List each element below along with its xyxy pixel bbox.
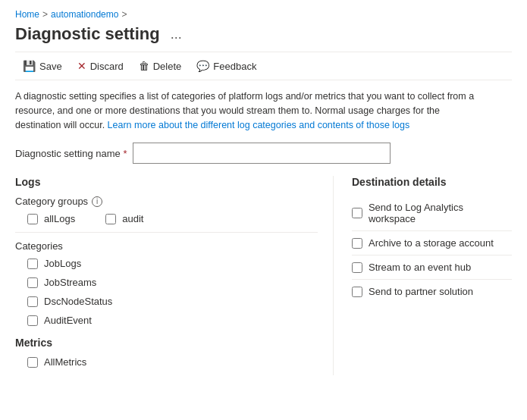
joblogs-label: JobLogs (44, 258, 81, 269)
logs-section-title: Logs (15, 176, 318, 188)
dscnodestatus-row: DscNodeStatus (15, 296, 318, 307)
partner-solution-label: Send to partner solution (369, 286, 473, 297)
allmetrics-label: AllMetrics (44, 356, 86, 368)
dscnodestatus-label: DscNodeStatus (44, 296, 112, 307)
joblogs-checkbox[interactable] (27, 259, 38, 269)
dscnodestatus-checkbox[interactable] (27, 296, 38, 307)
log-analytics-label: Send to Log Analytics workspace (369, 202, 512, 224)
feedback-icon: 💬 (196, 60, 209, 72)
event-hub-label: Stream to an event hub (369, 262, 471, 273)
category-groups-subtitle: Category groups i (15, 196, 318, 207)
dest-partner-solution: Send to partner solution (352, 280, 512, 303)
page-title: Diagnostic setting (15, 24, 160, 44)
divider-1 (15, 232, 318, 233)
description-link[interactable]: Learn more about the different log categ… (108, 120, 410, 130)
discard-icon: ✕ (77, 60, 86, 72)
category-groups-row: allLogs audit (15, 213, 318, 224)
allLogs-row: allLogs (27, 213, 75, 224)
delete-button[interactable]: 🗑 Delete (131, 57, 190, 75)
save-button[interactable]: 💾 Save (15, 57, 70, 75)
storage-account-label: Archive to a storage account (369, 237, 494, 249)
audit-checkbox[interactable] (105, 214, 116, 224)
allmetrics-row: AllMetrics (15, 356, 318, 368)
auditevent-row: AuditEvent (15, 315, 318, 326)
allLogs-label: allLogs (44, 213, 75, 224)
page-title-row: Diagnostic setting ... (15, 24, 512, 44)
destination-section-title: Destination details (352, 176, 512, 188)
log-analytics-checkbox[interactable] (352, 208, 362, 218)
feedback-label: Feedback (213, 61, 256, 72)
logs-column: Logs Category groups i allLogs audit Cat… (15, 176, 334, 375)
storage-account-checkbox[interactable] (352, 238, 362, 249)
joblogs-row: JobLogs (15, 258, 318, 269)
jobstreams-label: JobStreams (44, 277, 96, 288)
allmetrics-checkbox[interactable] (27, 357, 38, 368)
breadcrumb: Home > automationdemo > (15, 9, 512, 20)
audit-row: audit (105, 213, 143, 224)
save-icon: 💾 (23, 60, 36, 72)
categories-label: Categories (15, 240, 63, 252)
feedback-button[interactable]: 💬 Feedback (189, 57, 264, 75)
two-col-layout: Logs Category groups i allLogs audit Cat… (15, 176, 512, 375)
toolbar: 💾 Save ✕ Discard 🗑 Delete 💬 Feedback (15, 52, 512, 80)
breadcrumb-sep1: > (42, 9, 48, 20)
allLogs-checkbox[interactable] (27, 214, 38, 224)
breadcrumb-automationdemo[interactable]: automationdemo (51, 9, 118, 20)
jobstreams-row: JobStreams (15, 277, 318, 288)
partner-solution-checkbox[interactable] (352, 287, 362, 297)
delete-icon: 🗑 (139, 60, 149, 72)
audit-label: audit (122, 213, 143, 224)
ellipsis-button[interactable]: ... (168, 27, 185, 41)
diagnostic-name-row: Diagnostic setting name * (15, 143, 512, 164)
diagnostic-name-input[interactable] (133, 143, 391, 164)
dest-event-hub: Stream to an event hub (352, 255, 512, 280)
dest-storage-account: Archive to a storage account (352, 231, 512, 255)
breadcrumb-home[interactable]: Home (15, 9, 39, 20)
jobstreams-checkbox[interactable] (27, 277, 38, 288)
category-groups-info-icon[interactable]: i (92, 196, 102, 207)
save-label: Save (39, 61, 62, 72)
auditevent-checkbox[interactable] (27, 315, 38, 326)
destination-column: Destination details Send to Log Analytic… (334, 176, 512, 375)
discard-label: Discard (90, 61, 124, 72)
event-hub-checkbox[interactable] (352, 262, 362, 273)
category-groups-label: Category groups (15, 196, 88, 207)
breadcrumb-sep2: > (121, 9, 127, 20)
discard-button[interactable]: ✕ Discard (70, 57, 131, 75)
auditevent-label: AuditEvent (44, 315, 92, 326)
categories-subtitle: Categories (15, 240, 318, 252)
delete-label: Delete (153, 61, 182, 72)
required-star: * (123, 148, 127, 159)
description: A diagnostic setting specifies a list of… (15, 89, 485, 132)
metrics-section: Metrics AllMetrics (15, 337, 318, 368)
metrics-section-title: Metrics (15, 337, 318, 349)
diagnostic-name-label: Diagnostic setting name * (15, 148, 127, 159)
dest-log-analytics: Send to Log Analytics workspace (352, 196, 512, 231)
